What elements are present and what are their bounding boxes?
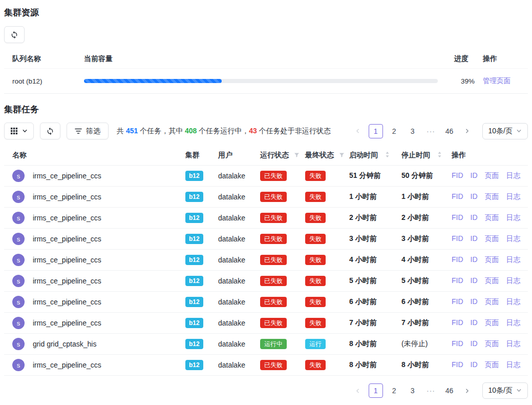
pagination-ellipsis[interactable]: ··· — [424, 124, 438, 138]
pagination-prev[interactable] — [351, 125, 365, 138]
cluster-badge: b12 — [185, 297, 203, 307]
op-link-fid[interactable]: FID — [452, 192, 463, 200]
filter-funnel-icon[interactable] — [294, 151, 300, 159]
pagination-page-1[interactable]: 1 — [369, 124, 383, 138]
avatar: s — [12, 254, 25, 266]
filter-button[interactable]: 筛选 — [67, 123, 109, 139]
pagination-page-2[interactable]: 2 — [387, 383, 401, 398]
op-link-log[interactable]: 日志 — [506, 171, 521, 179]
pagination-page-1[interactable]: 1 — [369, 383, 383, 398]
op-link-page[interactable]: 页面 — [485, 297, 499, 306]
table-row: s irms_ce_pipeline_ccs b12 datalake 已失败 … — [4, 250, 528, 271]
start-time: 7 小时前 — [341, 313, 393, 334]
task-user: datalake — [210, 250, 252, 271]
op-link-page[interactable]: 页面 — [485, 213, 499, 221]
page-size-select[interactable]: 10条/页 — [482, 123, 528, 139]
op-link-id[interactable]: ID — [471, 255, 478, 264]
avatar: s — [12, 275, 25, 287]
pagination-next[interactable] — [461, 125, 474, 138]
cluster-badge: b12 — [185, 276, 203, 286]
run-status-badge: 已失败 — [260, 318, 287, 328]
op-link-id[interactable]: ID — [471, 318, 478, 327]
pagination-page-3[interactable]: 3 — [406, 124, 420, 138]
avatar: s — [12, 233, 25, 245]
chevron-down-icon — [22, 128, 28, 134]
start-time: 2 小时前 — [341, 208, 393, 229]
tasks-refresh-button[interactable] — [40, 123, 60, 139]
task-user: datalake — [210, 271, 252, 292]
pagination-page-46[interactable]: 46 — [442, 124, 457, 138]
pagination-page-3[interactable]: 3 — [406, 383, 420, 398]
op-link-id[interactable]: ID — [471, 297, 478, 306]
tasks-table: 名称 集群 用户 运行状态 最终状态 启动时间 停止时间 操作 s irms_c… — [4, 148, 528, 376]
op-link-fid[interactable]: FID — [452, 171, 463, 179]
cluster-badge: b12 — [185, 318, 203, 328]
pagination-prev[interactable] — [351, 384, 365, 397]
op-link-log[interactable]: 日志 — [506, 192, 521, 200]
op-link-log[interactable]: 日志 — [506, 339, 521, 348]
op-link-log[interactable]: 日志 — [506, 213, 521, 221]
op-link-fid[interactable]: FID — [452, 360, 463, 369]
start-time: 51 分钟前 — [341, 166, 393, 187]
op-link-page[interactable]: 页面 — [485, 339, 499, 348]
op-link-fid[interactable]: FID — [452, 318, 463, 327]
op-link-page[interactable]: 页面 — [485, 171, 499, 179]
layout-grid-button[interactable] — [4, 123, 34, 139]
pagination-page-46[interactable]: 46 — [442, 383, 457, 398]
op-link-log[interactable]: 日志 — [506, 276, 521, 285]
op-link-id[interactable]: ID — [471, 234, 478, 242]
pagination-ellipsis[interactable]: ··· — [424, 383, 438, 398]
col-header-action: 操作 — [479, 50, 528, 69]
op-link-id[interactable]: ID — [471, 171, 478, 179]
op-link-fid[interactable]: FID — [452, 213, 463, 221]
op-link-fid[interactable]: FID — [452, 234, 463, 242]
op-link-log[interactable]: 日志 — [506, 234, 521, 242]
sort-icon[interactable] — [385, 151, 390, 159]
resources-refresh-button[interactable] — [4, 26, 25, 43]
task-user: datalake — [210, 187, 252, 208]
op-link-log[interactable]: 日志 — [506, 255, 521, 264]
row-operations: FIDID页面日志 — [443, 250, 528, 271]
stop-time: 1 小时前 — [393, 187, 443, 208]
row-operations: FIDID页面日志 — [443, 208, 528, 229]
op-link-id[interactable]: ID — [471, 360, 478, 369]
op-link-id[interactable]: ID — [471, 213, 478, 221]
op-link-log[interactable]: 日志 — [506, 297, 521, 306]
op-link-log[interactable]: 日志 — [506, 318, 521, 327]
op-link-page[interactable]: 页面 — [485, 234, 499, 242]
avatar: s — [12, 212, 25, 224]
pagination-next[interactable] — [461, 384, 474, 397]
table-row: s irms_ce_pipeline_ccs b12 datalake 已失败 … — [4, 166, 528, 187]
op-link-id[interactable]: ID — [471, 192, 478, 200]
op-link-page[interactable]: 页面 — [485, 255, 499, 264]
pagination-page-2[interactable]: 2 — [387, 124, 401, 138]
op-link-id[interactable]: ID — [471, 339, 478, 348]
op-link-fid[interactable]: FID — [452, 297, 463, 306]
cluster-badge: b12 — [185, 339, 203, 349]
op-link-fid[interactable]: FID — [452, 339, 463, 348]
row-operations: FIDID页面日志 — [443, 313, 528, 334]
op-link-fid[interactable]: FID — [452, 255, 463, 264]
sort-icon[interactable] — [437, 151, 442, 159]
task-name: irms_ce_pipeline_ccs — [33, 193, 101, 201]
op-link-log[interactable]: 日志 — [506, 360, 521, 369]
task-summary: 共 451 个任务，其中 408 个任务运行中，43 个任务处于非运行状态 — [117, 127, 331, 136]
op-link-id[interactable]: ID — [471, 276, 478, 285]
op-link-page[interactable]: 页面 — [485, 360, 499, 369]
col-header-ops: 操作 — [443, 148, 528, 166]
op-link-page[interactable]: 页面 — [485, 318, 499, 327]
manage-page-link[interactable]: 管理页面 — [483, 77, 510, 85]
resource-row: root (b12) 39% 管理页面 — [4, 69, 528, 94]
stop-time: 7 小时前 — [393, 313, 443, 334]
page-size-select[interactable]: 10条/页 — [482, 382, 528, 399]
cluster-badge: b12 — [185, 171, 203, 181]
op-link-page[interactable]: 页面 — [485, 276, 499, 285]
filter-funnel-icon[interactable] — [339, 151, 345, 159]
table-row: s irms_ce_pipeline_ccs b12 datalake 已失败 … — [4, 355, 528, 376]
stop-time: 3 小时前 — [393, 229, 443, 250]
task-name: irms_ce_pipeline_ccs — [33, 298, 101, 306]
summary-count: 408 — [185, 127, 197, 135]
tasks-table-header: 名称 集群 用户 运行状态 最终状态 启动时间 停止时间 操作 — [4, 148, 528, 166]
op-link-page[interactable]: 页面 — [485, 192, 499, 200]
op-link-fid[interactable]: FID — [452, 276, 463, 285]
